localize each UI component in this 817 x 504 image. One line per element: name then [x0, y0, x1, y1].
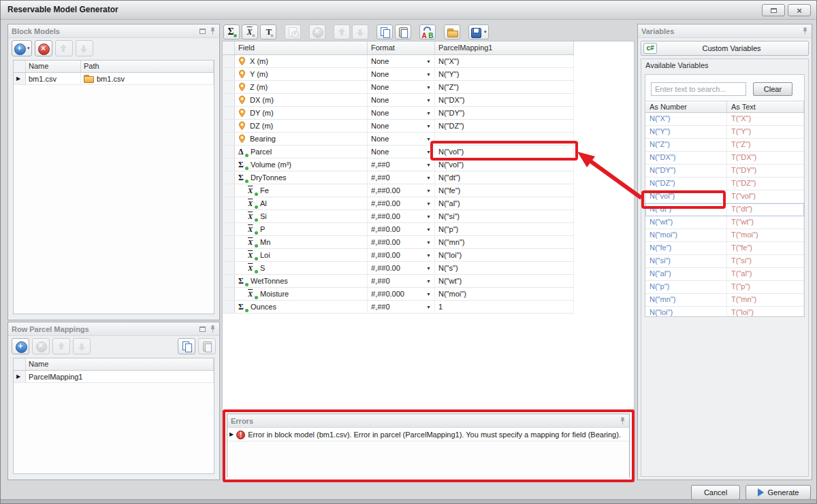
variable-as-text[interactable]: T("dt") [727, 203, 804, 216]
variable-as-text[interactable]: T("moi") [727, 229, 804, 241]
mapping-cell[interactable] [435, 133, 574, 145]
variable-as-text[interactable]: T("si") [727, 255, 804, 267]
field-row[interactable]: Y (m)None▼N("Y") [223, 68, 574, 81]
field-row[interactable]: ΔParcelNone▼N("vol") [223, 146, 574, 158]
variable-as-text[interactable]: T("Y") [727, 126, 804, 138]
variable-as-number[interactable]: N("DY") [645, 165, 727, 177]
format-dropdown[interactable]: #,##0.00▼ [368, 184, 435, 197]
variable-row[interactable]: N("X")T("X") [645, 113, 804, 126]
field-row[interactable]: XMn#,##0.00▼N("mn") [223, 236, 574, 249]
add-average-field-button[interactable] [242, 24, 258, 39]
save-mapping-button[interactable]: ▾ [468, 24, 489, 39]
paste-mapping-button[interactable] [395, 24, 411, 39]
column-header-as-number[interactable]: As Number [645, 101, 727, 112]
add-parcel-mapping-button[interactable] [12, 338, 29, 354]
custom-variables-button[interactable]: c# Custom Variables [641, 41, 809, 56]
variable-row[interactable]: N("DX")T("DX") [645, 152, 804, 165]
variable-row[interactable]: N("loi")T("loi") [645, 307, 804, 317]
column-header-path[interactable]: Path [81, 61, 214, 72]
variable-as-text[interactable]: T("p") [727, 281, 804, 293]
variable-as-number[interactable]: N("vol") [645, 190, 727, 203]
variable-row[interactable]: N("DY")T("DY") [645, 165, 804, 178]
variable-row[interactable]: N("Z")T("Z") [645, 139, 804, 152]
mapping-cell[interactable]: N("Z") [435, 81, 574, 93]
format-dropdown[interactable]: None▼ [368, 94, 435, 106]
add-block-model-button[interactable]: ▾ [12, 40, 32, 56]
column-header-name[interactable]: Name [26, 61, 81, 72]
field-row[interactable]: DY (m)None▼N("DY") [223, 107, 574, 120]
variable-as-text[interactable]: T("X") [727, 113, 804, 125]
variable-as-text[interactable]: T("loi") [727, 307, 804, 317]
variable-as-text[interactable]: T("wt") [727, 216, 804, 229]
variable-as-text[interactable]: T("al") [727, 268, 804, 280]
mapping-cell[interactable]: N("DY") [435, 107, 574, 119]
close-button[interactable]: × [788, 4, 811, 16]
variable-row[interactable]: N("si")T("si") [645, 255, 804, 268]
format-dropdown[interactable]: #,##0.00▼ [368, 236, 435, 248]
format-dropdown[interactable]: #,##0▼ [368, 171, 435, 184]
maximize-button[interactable] [762, 4, 785, 16]
block-model-row[interactable]: ▶ bm1.csv bm1.csv [14, 73, 214, 85]
mapping-cell[interactable]: N("DX") [435, 94, 574, 106]
column-header-name[interactable]: Name [26, 358, 214, 370]
float-panel-icon[interactable] [199, 326, 206, 332]
variable-as-number[interactable]: N("Z") [645, 139, 727, 151]
mapping-cell[interactable]: N("s") [435, 262, 574, 274]
float-panel-icon[interactable] [199, 29, 206, 34]
field-row[interactable]: XP#,##0.00▼N("p") [223, 223, 574, 236]
format-dropdown[interactable]: None▼ [368, 120, 435, 132]
field-row[interactable]: ΣWetTonnes#,##0▼N("wt") [223, 275, 574, 288]
variable-row[interactable]: N("fe")T("fe") [645, 242, 804, 255]
open-mapping-button[interactable] [444, 24, 460, 39]
block-model-path[interactable]: bm1.csv [81, 73, 214, 84]
mapping-cell[interactable]: N("X") [435, 55, 574, 67]
variable-row[interactable]: N("vol")T("vol") [645, 190, 804, 203]
format-dropdown[interactable]: None▼ [368, 81, 435, 93]
clear-button[interactable]: Clear [753, 82, 792, 96]
field-row[interactable]: X (m)None▼N("X") [223, 55, 574, 68]
field-row[interactable]: XS#,##0.00▼N("s") [223, 262, 574, 275]
field-row[interactable]: ΣDryTonnes#,##0▼N("dt") [223, 171, 574, 184]
search-input[interactable] [651, 82, 746, 96]
mapping-cell[interactable]: N("dt") [435, 171, 574, 184]
format-dropdown[interactable]: #,##0.00▼ [368, 223, 435, 235]
field-row[interactable]: ΣOunces#,##0▼1 [223, 301, 574, 314]
format-dropdown[interactable]: #,##0.00▼ [368, 249, 435, 261]
field-row[interactable]: DZ (m)None▼N("DZ") [223, 120, 574, 133]
add-sum-field-button[interactable] [223, 24, 240, 39]
field-row[interactable]: XSi#,##0.00▼N("si") [223, 210, 574, 223]
parcel-mapping-row[interactable]: ▶ ParcelMapping1 [14, 371, 214, 383]
variable-row[interactable]: N("p")T("p") [645, 281, 804, 294]
field-row[interactable]: XAl#,##0.00▼N("al") [223, 197, 574, 210]
rename-fields-button[interactable] [419, 24, 436, 39]
mapping-cell[interactable]: N("si") [435, 210, 574, 222]
format-dropdown[interactable]: #,##0.00▼ [368, 197, 435, 209]
format-dropdown[interactable]: #,##0.000▼ [368, 288, 435, 300]
pin-icon[interactable] [210, 325, 216, 333]
format-dropdown[interactable]: None▼ [368, 107, 435, 119]
variable-row[interactable]: N("DZ")T("DZ") [645, 178, 804, 190]
mapping-cell[interactable]: 1 [435, 301, 574, 313]
variable-as-number[interactable]: N("fe") [645, 242, 727, 254]
variable-as-number[interactable]: N("wt") [645, 216, 727, 229]
mapping-cell[interactable]: N("moi") [435, 288, 574, 300]
format-dropdown[interactable]: None▼ [368, 133, 435, 145]
pin-icon[interactable] [802, 27, 808, 35]
column-header-parcelmapping1[interactable]: ParcelMapping1 [435, 41, 574, 54]
mapping-cell[interactable]: N("vol") [435, 158, 574, 171]
variable-as-number[interactable]: N("DX") [645, 152, 727, 164]
variable-as-number[interactable]: N("DZ") [645, 178, 727, 190]
format-dropdown[interactable]: None▼ [368, 55, 435, 67]
variable-as-text[interactable]: T("Z") [727, 139, 804, 151]
delete-block-model-button[interactable] [35, 40, 52, 56]
format-dropdown[interactable]: #,##0▼ [368, 158, 435, 171]
mapping-cell[interactable]: N("Y") [435, 68, 574, 80]
variable-as-number[interactable]: N("al") [645, 268, 727, 280]
error-row[interactable]: ▶ ! Error in block model (bm1.csv). Erro… [227, 429, 629, 441]
column-header-field[interactable]: Field [235, 41, 368, 54]
field-row[interactable]: XFe#,##0.00▼N("fe") [223, 184, 574, 197]
variable-row[interactable]: N("dt")T("dt") [645, 203, 804, 216]
mapping-cell[interactable]: N("mn") [435, 236, 574, 248]
variable-row[interactable]: N("Y")T("Y") [645, 126, 804, 139]
variable-as-text[interactable]: T("DZ") [727, 178, 804, 190]
